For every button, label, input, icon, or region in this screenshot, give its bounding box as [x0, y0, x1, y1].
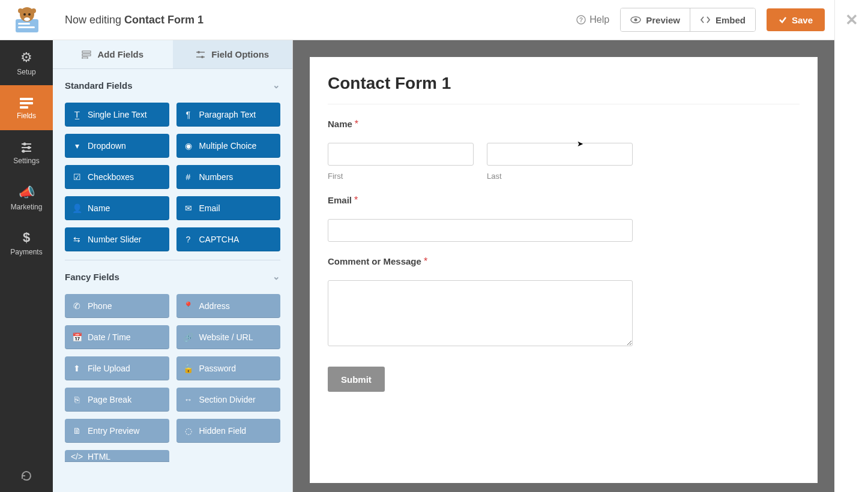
editing-prefix: Now editing — [65, 14, 124, 26]
field-name-block[interactable]: Name* First Last — [328, 119, 633, 181]
field-numbers[interactable]: #Numbers — [176, 165, 281, 189]
canvas-area: Contact Form 1 Name* First Last Email* C… — [293, 40, 834, 492]
rail-setup-label: Setup — [17, 68, 35, 76]
field-email[interactable]: ✉Email — [176, 196, 281, 220]
field-label: Page Break — [88, 395, 131, 404]
last-name-input[interactable] — [487, 143, 633, 166]
name-label: Name — [328, 119, 352, 129]
eye-slash-icon: ◌ — [184, 426, 193, 436]
field-entry-preview[interactable]: 🗎Entry Preview — [65, 419, 169, 443]
field-section-divider[interactable]: ↔Section Divider — [176, 388, 281, 412]
svg-point-19 — [28, 146, 31, 149]
svg-point-26 — [197, 51, 200, 53]
field-label: HTML — [88, 452, 110, 461]
preview-label: Preview — [646, 15, 680, 25]
chevron-down-icon: ⌄ — [273, 80, 280, 91]
comment-textarea[interactable] — [328, 280, 633, 346]
field-page-break[interactable]: ⎘Page Break — [65, 388, 169, 412]
first-name-input[interactable] — [328, 143, 474, 166]
page-break-icon: ⎘ — [72, 395, 82, 404]
email-input[interactable] — [328, 219, 633, 242]
embed-button[interactable]: Embed — [690, 8, 755, 31]
field-comment-block[interactable]: Comment or Message* — [328, 256, 633, 349]
field-date-time[interactable]: 📅Date / Time — [65, 325, 169, 349]
topbar: Now editing Contact Form 1 ? Help Previe… — [0, 0, 834, 40]
field-label: Multiple Choice — [199, 141, 257, 151]
field-label: Numbers — [199, 172, 234, 182]
svg-rect-2 — [18, 26, 35, 28]
top-actions: ? Help Preview Embed Save — [576, 8, 825, 32]
field-email-block[interactable]: Email* — [328, 195, 633, 242]
rail-fields[interactable]: Fields — [0, 85, 53, 130]
calendar-icon: 📅 — [72, 332, 82, 342]
field-phone[interactable]: ✆Phone — [65, 294, 169, 318]
paragraph-icon: ¶ — [184, 110, 193, 119]
help-link[interactable]: ? Help — [576, 14, 609, 25]
submit-button[interactable]: Submit — [328, 367, 385, 392]
panel-tabs: Add Fields Field Options — [53, 40, 292, 69]
code-icon — [700, 16, 711, 24]
close-icon: ✕ — [845, 11, 858, 29]
tab-field-options[interactable]: Field Options — [173, 40, 293, 68]
question-icon: ? — [184, 235, 193, 244]
fancy-header[interactable]: Fancy Fields ⌄ — [65, 269, 280, 284]
rail-marketing[interactable]: 📣 Marketing — [0, 175, 53, 220]
field-name[interactable]: 👤Name — [65, 196, 169, 220]
preview-button[interactable]: Preview — [621, 8, 690, 31]
section-fancy: Fancy Fields ⌄ — [53, 260, 292, 286]
field-single-line-text[interactable]: T̲Single Line Text — [65, 103, 169, 127]
field-label: Checkboxes — [88, 172, 134, 182]
gear-icon: ⚙ — [20, 50, 32, 65]
field-password[interactable]: 🔒Password — [176, 356, 281, 380]
field-number-slider[interactable]: ⇆Number Slider — [65, 227, 169, 251]
rail-settings-label: Settings — [13, 157, 39, 165]
tab-add-fields[interactable]: Add Fields — [53, 40, 173, 68]
field-html[interactable]: </>HTML — [65, 450, 169, 462]
rail-setup[interactable]: ⚙ Setup — [0, 40, 53, 85]
standard-header[interactable]: Standard Fields ⌄ — [65, 77, 280, 93]
svg-point-4 — [23, 13, 26, 16]
comment-label: Comment or Message — [328, 256, 421, 266]
field-hidden-field[interactable]: ◌Hidden Field — [176, 419, 281, 443]
field-file-upload[interactable]: ⬆File Upload — [65, 356, 169, 380]
field-label: Single Line Text — [88, 110, 147, 119]
dollar-icon: $ — [23, 230, 30, 245]
help-label: Help — [589, 14, 609, 25]
first-name-col: First — [328, 143, 474, 181]
phone-icon: ✆ — [72, 301, 82, 311]
hash-icon: # — [184, 172, 193, 182]
field-label: CAPTCHA — [199, 235, 240, 244]
svg-rect-14 — [20, 102, 33, 104]
svg-rect-22 — [82, 51, 91, 53]
rail-history[interactable] — [0, 459, 53, 492]
save-button[interactable]: Save — [767, 8, 825, 31]
rail-settings[interactable]: Settings — [0, 130, 53, 175]
link-icon: 🔗 — [184, 332, 193, 342]
fancy-grid: ✆Phone 📍Address 📅Date / Time 🔗Website / … — [53, 286, 292, 464]
help-icon: ? — [576, 15, 586, 25]
last-name-col: Last — [487, 143, 633, 181]
field-multiple-choice[interactable]: ◉Multiple Choice — [176, 134, 281, 158]
svg-rect-24 — [82, 57, 88, 59]
field-label: Password — [199, 364, 236, 373]
field-paragraph-text[interactable]: ¶Paragraph Text — [176, 103, 281, 127]
standard-grid: T̲Single Line Text ¶Paragraph Text ▾Drop… — [53, 94, 292, 254]
field-dropdown[interactable]: ▾Dropdown — [65, 134, 169, 158]
close-button[interactable]: ✕ — [834, 0, 868, 40]
field-checkboxes[interactable]: ☑Checkboxes — [65, 165, 169, 189]
field-website-url[interactable]: 🔗Website / URL — [176, 325, 281, 349]
svg-rect-13 — [20, 98, 33, 100]
field-captcha[interactable]: ?CAPTCHA — [176, 227, 281, 251]
history-icon — [20, 469, 33, 482]
dropdown-icon: ▾ — [72, 141, 82, 151]
field-label: Entry Preview — [88, 426, 139, 436]
form-canvas[interactable]: Contact Form 1 Name* First Last Email* C… — [310, 57, 818, 483]
email-label: Email — [328, 195, 352, 205]
radio-icon: ◉ — [184, 141, 193, 151]
field-label: File Upload — [88, 364, 130, 373]
user-icon: 👤 — [72, 203, 82, 213]
field-address[interactable]: 📍Address — [176, 294, 281, 318]
svg-point-7 — [18, 8, 23, 13]
field-label: Address — [199, 301, 230, 311]
rail-payments[interactable]: $ Payments — [0, 220, 53, 265]
